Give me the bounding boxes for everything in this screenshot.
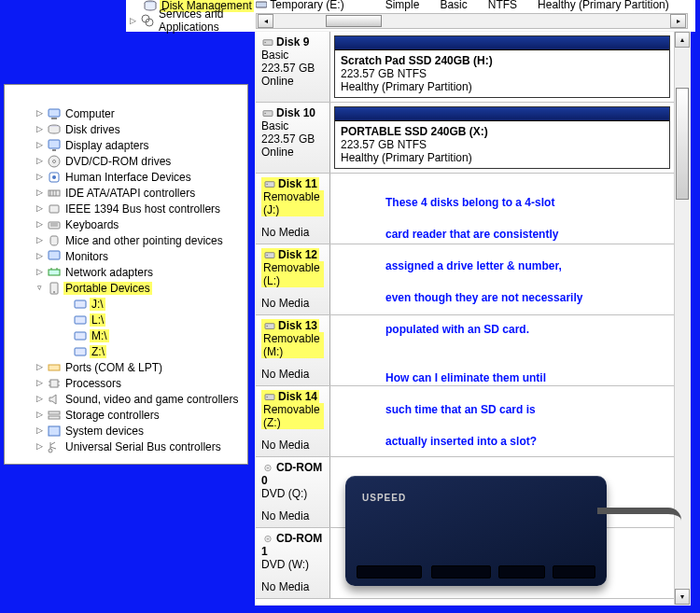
scroll-right-button[interactable]: ▸ [670,14,686,28]
svg-point-26 [53,291,55,293]
drive-icon [73,328,88,343]
expand-icon[interactable]: ▷ [35,267,45,277]
disk-row[interactable]: Disk 9Basic223.57 GBOnline Scratch Pad S… [256,32,674,103]
tree-item[interactable]: ▷Mice and other pointing devices [8,232,247,248]
expand-icon[interactable]: ▷ [35,108,45,118]
mmc-tree-fragment: Disk Management ▷ Services and Applicati… [128,0,254,28]
tree-item[interactable]: ▷IEEE 1394 Bus host controllers [8,201,247,216]
tree-item[interactable]: ▷IDE ATA/ATAPI controllers [8,185,247,201]
tree-item[interactable]: ▷Display adapters [8,137,247,153]
expand-icon[interactable]: ▷ [35,172,45,182]
svg-rect-30 [75,348,86,355]
tree-item-child[interactable]: M:\ [8,327,247,343]
scroll-down-button[interactable]: ▾ [675,589,690,605]
disk-info: CD-ROM 0DVD (Q:)No Media [256,457,330,527]
tree-item-label: IEEE 1394 Bus host controllers [63,202,222,216]
tree-item-child[interactable]: L:\ [8,312,247,327]
tree-item[interactable]: ▷Human Interface Devices [8,169,247,185]
svg-rect-39 [49,426,60,436]
monitor-icon [47,249,62,264]
volume-box[interactable]: PORTABLE SSD 240GB (X:) 223.57 GB NTFS H… [334,106,670,169]
tree-item-services-applications[interactable]: ▷ Services and Applications [128,13,254,28]
disk-info: CD-ROM 1DVD (W:)No Media [256,528,330,598]
svg-point-49 [266,184,267,185]
expand-icon[interactable]: ▷ [35,425,45,436]
expand-icon[interactable]: ▷ [35,203,45,214]
volume-list-fragment: Temporary (E:) Simple Basic NTFS Healthy… [256,0,688,30]
tree-item[interactable]: ▷Keyboards [8,216,247,232]
expand-icon[interactable]: ▷ [35,378,45,388]
volume-box[interactable]: Scratch Pad SSD 240GB (H:) 223.57 GB NTF… [334,35,670,98]
dvd-icon [47,154,62,169]
tree-item[interactable]: ▷Universal Serial Bus controllers [8,439,247,454]
drive-icon [73,344,88,359]
tree-item[interactable]: ▷Storage controllers [8,407,247,423]
tree-item-label: Display adapters [63,139,150,152]
svg-rect-17 [49,205,59,213]
svg-point-40 [49,449,52,453]
scroll-thumb[interactable] [326,15,382,27]
expand-icon[interactable]: ▷ [35,410,45,420]
volume-status: Healthy (Primary Partition) [341,151,664,164]
tree-item[interactable]: ▿Portable Devices [8,280,247,296]
scroll-thumb[interactable] [676,88,689,200]
scroll-left-button[interactable]: ◂ [258,14,273,28]
tree-item[interactable]: ▷Disk drives [8,121,247,137]
tree-item[interactable]: ▷Computer [8,105,247,121]
expand-icon[interactable]: ▷ [35,441,45,452]
expand-icon[interactable]: ▷ [35,156,45,166]
note-line: populated with an SD card. [385,313,684,345]
expand-icon[interactable]: ▷ [35,235,45,245]
tree-item-label: Sound, video and game controllers [63,393,240,406]
disk-info: Disk 10Basic223.57 GBOnline [256,103,330,173]
tree-item[interactable]: ▷Network adapters [8,264,247,280]
svg-rect-38 [49,416,60,419]
tree-item[interactable]: ▷Ports (COM & LPT) [8,359,247,375]
scroll-up-button[interactable]: ▴ [675,32,690,48]
expand-icon[interactable]: ▷ [128,16,138,26]
tree-item[interactable]: ▷DVD/CD-ROM drives [8,153,247,169]
horizontal-scrollbar[interactable]: ◂ ▸ [256,13,688,29]
expand-icon[interactable]: ▷ [35,219,45,230]
svg-point-51 [266,255,267,256]
cpu-icon [47,376,62,391]
tree-item-child[interactable]: Z:\ [8,343,247,359]
computer-icon [47,106,62,121]
tree-item-label: System devices [63,425,146,438]
svg-line-42 [50,442,55,445]
tree-item-child[interactable]: J:\ [8,296,247,312]
services-label: Services and Applications [157,7,254,34]
svg-rect-27 [75,300,86,308]
volume-row[interactable]: Temporary (E:) Simple Basic NTFS Healthy… [256,0,688,11]
twisty-none [61,314,71,325]
expand-icon[interactable]: ▷ [35,124,45,134]
tree-item-label: IDE ATA/ATAPI controllers [63,187,197,200]
expand-icon[interactable]: ▷ [35,394,45,404]
svg-point-57 [267,467,268,468]
tree-item[interactable]: ▷Processors [8,375,247,391]
tree-item[interactable]: ▷Monitors [8,248,247,264]
portable-icon [47,281,62,296]
device-manager-tree[interactable]: ▷Computer▷Disk drives▷Display adapters▷D… [5,104,247,464]
svg-rect-22 [49,270,60,275]
svg-rect-8 [52,149,56,151]
collapse-icon[interactable]: ▿ [35,283,45,293]
svg-rect-7 [49,140,60,148]
expand-icon[interactable]: ▷ [35,188,45,198]
disk-info: Disk 9Basic223.57 GBOnline [256,32,330,102]
disk-icon [261,38,274,48]
note-line: such time that an SD card is [385,394,684,425]
device-manager-panel: ▷Computer▷Disk drives▷Display adapters▷D… [4,84,248,465]
disk-row[interactable]: Disk 10Basic223.57 GBOnline PORTABLE SSD… [256,103,674,174]
expand-icon[interactable]: ▷ [35,362,45,372]
tree-item[interactable]: ▷System devices [8,423,247,439]
svg-point-45 [264,42,265,43]
expand-icon[interactable]: ▷ [35,140,45,150]
tree-item-label: L:\ [90,313,105,327]
expand-icon[interactable]: ▷ [35,251,45,261]
ports-icon [47,360,62,375]
services-icon [140,13,155,28]
tree-item-label: Keyboards [63,218,120,231]
card-reader-image: USPEED [345,476,607,586]
tree-item[interactable]: ▷Sound, video and game controllers [8,391,247,407]
